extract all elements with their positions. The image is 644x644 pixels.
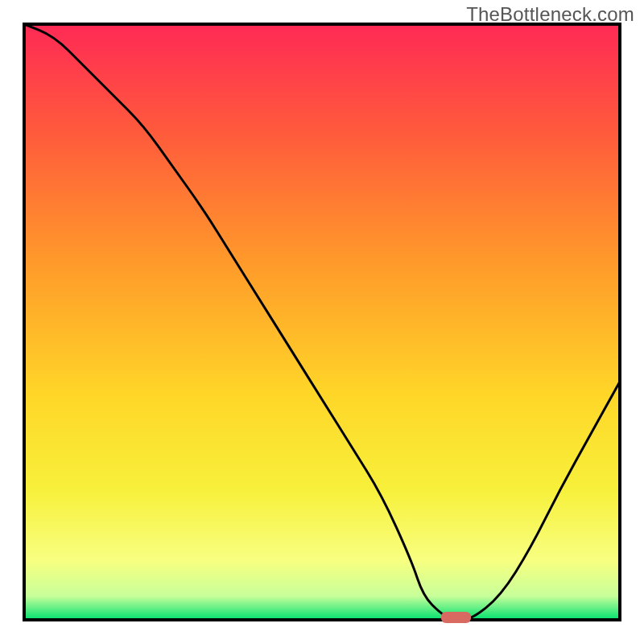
optimum-marker [441, 612, 471, 623]
plot-background [24, 24, 620, 620]
chart-svg [0, 0, 644, 644]
watermark-label: TheBottleneck.com [466, 3, 634, 26]
bottleneck-chart: TheBottleneck.com [0, 0, 644, 644]
